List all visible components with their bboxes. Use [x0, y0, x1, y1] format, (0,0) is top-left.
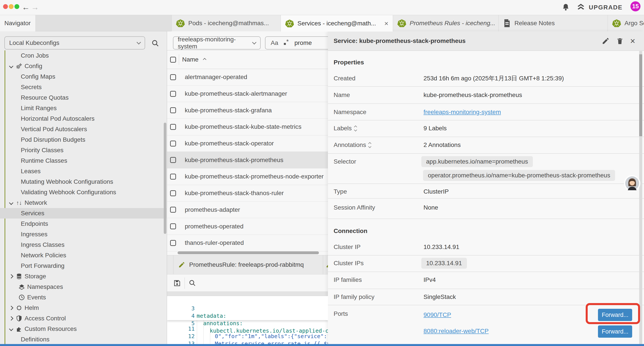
sidebar-item-ingresses[interactable]: Ingresses	[0, 229, 167, 240]
namespace-select[interactable]: freeleaps-monitoring-system	[173, 36, 260, 49]
edit-pencil-icon[interactable]	[602, 37, 610, 45]
table-row-selected[interactable]: kube-prometheus-stack-prometheus	[167, 152, 328, 168]
select-all-checkbox[interactable]	[170, 57, 176, 63]
tab-prometheus-rules[interactable]: Prometheus Rules - icecheng...	[393, 15, 498, 31]
row-checkbox[interactable]	[170, 207, 176, 213]
dock-tab-prometheusrule[interactable]: PrometheusRule: freeleaps-prod-rabbitmq	[173, 255, 323, 274]
divider	[184, 278, 185, 289]
row-checkbox[interactable]	[170, 223, 176, 229]
editor-search-icon[interactable]	[188, 279, 196, 287]
sidebar-item-events[interactable]: Events	[0, 292, 167, 303]
row-label: Namespace	[334, 107, 366, 117]
table-row[interactable]: kube-prometheus-stack-thanos-ruler	[167, 185, 328, 202]
port-link[interactable]: 8080:reloader-web/TCP	[424, 328, 488, 335]
sidebar-scrollbar[interactable]	[164, 123, 166, 234]
sidebar-item-priority-classes[interactable]: Priority Classes	[0, 145, 167, 155]
notification-count-badge[interactable]: 15	[630, 1, 640, 11]
expand-collapse-icon[interactable]	[354, 126, 357, 131]
sidebar-item-definitions[interactable]: Definitions	[0, 334, 167, 345]
app-window: ← → UPGRADE 15 Navigator Pods - icecheng…	[0, 0, 644, 346]
tab-argo[interactable]: Argo Se	[608, 15, 644, 31]
sidebar-item-namespaces[interactable]: Namespaces	[0, 282, 167, 292]
row-checkbox[interactable]	[170, 91, 176, 97]
sidebar-item-limit-ranges[interactable]: Limit Ranges	[0, 103, 167, 113]
table-row[interactable]: prometheus-adapter	[167, 202, 328, 218]
maximize-window-button[interactable]	[14, 4, 19, 9]
yaml-editor[interactable]: 11 0","for":"1m","labels":{"service":"f …	[167, 296, 328, 346]
table-row[interactable]: thanos-ruler-operated	[167, 235, 328, 251]
row-label: IP families	[334, 275, 362, 285]
user-avatar[interactable]	[624, 175, 640, 192]
trash-icon[interactable]	[616, 37, 624, 45]
row-checkbox[interactable]	[170, 124, 176, 130]
table-row[interactable]: alertmanager-operated	[167, 69, 328, 86]
sidebar-item-resource-quotas[interactable]: Resource Quotas	[0, 92, 167, 103]
row-checkbox[interactable]	[170, 157, 176, 163]
table-row[interactable]: kube-prometheus-stack-operator	[167, 135, 328, 152]
row-checkbox[interactable]	[170, 240, 176, 246]
sidebar-item-ingress-classes[interactable]: Ingress Classes	[0, 240, 167, 250]
tab-label: Services - icecheng@math...	[298, 20, 376, 27]
forward-button[interactable]: Forward...	[598, 326, 632, 338]
sidebar-group-helm[interactable]: Helm	[0, 303, 167, 313]
name-column-header[interactable]: Name	[182, 56, 198, 63]
sidebar-item-services[interactable]: Services	[0, 208, 183, 219]
sidebar-item-runtime-classes[interactable]: Runtime Classes	[0, 155, 167, 166]
tab-label: Argo Se	[624, 20, 644, 27]
save-icon[interactable]	[173, 279, 181, 287]
sidebar-item-mutating-webhook-configurations[interactable]: Mutating Webhook Configurations	[0, 177, 167, 187]
sidebar-item-endpoints[interactable]: Endpoints	[0, 219, 167, 229]
horizontal-scrollbar[interactable]	[178, 251, 319, 254]
sidebar-item-port-forwarding[interactable]: Port Forwarding	[0, 261, 167, 271]
row-label: Name	[334, 90, 350, 100]
row-checkbox[interactable]	[170, 174, 176, 180]
forward-arrow-icon[interactable]: →	[31, 2, 39, 12]
search-value: prome	[294, 39, 312, 46]
search-icon[interactable]	[151, 39, 159, 47]
tab-pods[interactable]: Pods - icecheng@mathmas...	[172, 15, 280, 31]
close-panel-icon[interactable]: ×	[630, 36, 635, 45]
port-link[interactable]: 9090/TCP	[424, 311, 451, 318]
table-row[interactable]: prometheus-operated	[167, 218, 328, 235]
close-window-button[interactable]	[3, 4, 8, 9]
sidebar-item-leases[interactable]: Leases	[0, 166, 167, 177]
table-row[interactable]: kube-prometheus-stack-grafana	[167, 102, 328, 119]
table-row[interactable]: kube-prometheus-stack-kube-state-metrics	[167, 119, 328, 135]
row-checkbox[interactable]	[170, 74, 176, 80]
close-tab-icon[interactable]: ×	[384, 20, 388, 27]
row-checkbox[interactable]	[170, 190, 176, 196]
tab-release-notes[interactable]: Release Notes	[498, 15, 608, 31]
sidebar-item-cron-jobs[interactable]: Cron Jobs	[0, 50, 167, 61]
upgrade-button[interactable]: UPGRADE	[576, 3, 622, 12]
search-input[interactable]: Aa * prome	[265, 36, 328, 49]
back-arrow-icon[interactable]: ←	[22, 2, 30, 12]
namespace-link[interactable]: freeleaps-monitoring-system	[424, 109, 501, 115]
regex-toggle[interactable]: *	[284, 39, 289, 46]
sort-ascending-icon[interactable]	[203, 58, 206, 61]
tab-navigator[interactable]: Navigator	[0, 15, 35, 31]
sidebar-item-secrets[interactable]: Secrets	[0, 82, 167, 92]
sidebar-group-access-control[interactable]: Access Control	[0, 313, 167, 324]
sidebar-item-config-maps[interactable]: Config Maps	[0, 71, 167, 82]
panel-scrollbar-thumb[interactable]	[639, 54, 642, 136]
sidebar-item-network-policies[interactable]: Network Policies	[0, 250, 167, 261]
expand-collapse-icon[interactable]	[369, 143, 371, 148]
sidebar-group-custom-resources[interactable]: Custom Resources	[0, 324, 167, 334]
tab-services[interactable]: Services - icecheng@math... ×	[280, 15, 393, 31]
table-row[interactable]: kube-prometheus-stack-prometheus-node-ex…	[167, 168, 328, 185]
service-details-panel: Service: kube-prometheus-stack-prometheu…	[328, 31, 644, 346]
minimize-window-button[interactable]	[9, 4, 14, 9]
sidebar-group-network[interactable]: ↑↓ Network	[0, 198, 167, 208]
kubeconfig-select[interactable]: Local Kubeconfigs	[4, 36, 145, 49]
notifications-bell-icon[interactable]	[562, 3, 570, 11]
sidebar-item-vertical-pod-autoscalers[interactable]: Vertical Pod Autoscalers	[0, 124, 167, 134]
sidebar-item-pod-disruption-budgets[interactable]: Pod Disruption Budgets	[0, 134, 167, 145]
row-checkbox[interactable]	[170, 141, 176, 146]
sidebar-item-horizontal-pod-autoscalers[interactable]: Horizontal Pod Autoscalers	[0, 113, 167, 124]
sidebar-group-storage[interactable]: Storage	[0, 271, 167, 282]
case-sensitive-toggle[interactable]: Aa	[271, 39, 278, 46]
sidebar-item-validating-webhook-configurations[interactable]: Validating Webhook Configurations	[0, 187, 167, 198]
sidebar-group-config[interactable]: Config	[0, 61, 167, 71]
row-checkbox[interactable]	[170, 107, 176, 113]
table-row[interactable]: kube-prometheus-stack-alertmanager	[167, 86, 328, 102]
